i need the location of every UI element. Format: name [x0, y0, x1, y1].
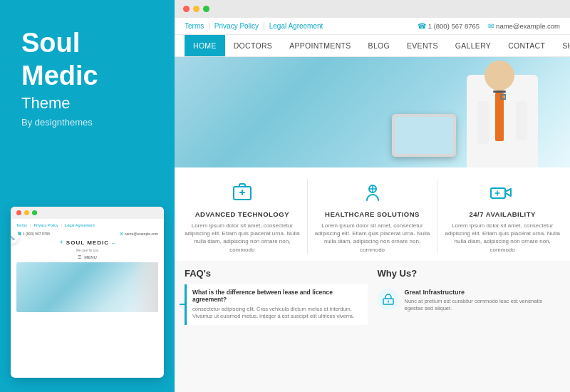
dot-yellow [193, 6, 200, 12]
hero-doctor-area [349, 57, 570, 167]
feature-3-desc: Lorem ipsum dolor sit amet, consectetur … [445, 222, 560, 254]
email-address: name@example.com [496, 22, 560, 30]
dot-green [203, 6, 209, 12]
mini-logo-plus-icon: + [60, 239, 63, 246]
link-privacy[interactable]: Privacy Policy [214, 22, 259, 30]
phone-number: 1 (800) 567 8765 [428, 22, 480, 30]
mini-dot-green [32, 210, 37, 215]
link-legal[interactable]: Legal Agreement [269, 22, 323, 30]
mini-hero-image [16, 262, 158, 312]
main-browser: Terms | Privacy Policy | Legal Agreement… [175, 0, 570, 392]
stethoscope-circle [500, 94, 506, 100]
doctor-head [484, 61, 514, 91]
phone-contact: ☎ 1 (800) 567 8765 [418, 22, 480, 30]
mini-link-legal[interactable]: Legal Agreement [65, 223, 95, 227]
nav-events[interactable]: EVENTS [398, 35, 447, 56]
faq-collapse-icon[interactable] [180, 304, 185, 305]
availability-icon [489, 179, 516, 206]
theme-by: By designthemes [21, 117, 153, 128]
mini-sep-2: | [61, 223, 62, 227]
main-navigation: HOME DOCTORS APPOINTMENTS BLOG EVENTS GA… [175, 35, 570, 57]
link-terms[interactable]: Terms [185, 22, 204, 30]
feature-divider-1 [307, 179, 308, 254]
theme-title: Soul Medic [21, 29, 153, 91]
mini-email-icon: ✉ [120, 231, 123, 236]
mini-link-terms[interactable]: Terms [16, 223, 27, 227]
mini-phone: ☎ 1 (800) 567 8765 [16, 231, 50, 236]
nav-gallery[interactable]: GALLERY [447, 35, 499, 56]
why-icon-1 [378, 289, 399, 310]
nav-appointments[interactable]: APPOINTMENTS [281, 35, 359, 56]
feature-1-desc: Lorem ipsum dolor sit amet, consectetur … [185, 222, 300, 254]
feature-3-title: 24/7 AVAILABILITY [445, 210, 560, 218]
email-contact: ✉ name@example.com [488, 22, 560, 30]
mini-logo-dash: – [112, 239, 115, 246]
faq-item-1: What is the difference between lease and… [185, 284, 368, 325]
mini-link-privacy[interactable]: Privacy Policy [33, 223, 58, 227]
why-content-1: Great Infrastructure Nunc at pretium est… [405, 289, 561, 313]
feature-2-desc: Lorem ipsum dolor sit amet, consectetur … [315, 222, 430, 254]
mini-dot-red [16, 210, 21, 215]
doctor-arm-left [477, 101, 489, 144]
feature-healthcare: HEALTHCARE SOLUTIONS Lorem ipsum dolor s… [315, 179, 430, 254]
sep-2: | [263, 22, 265, 30]
mini-menu-button[interactable]: ☰ MENU [16, 254, 158, 259]
tablet-device [392, 114, 456, 157]
theme-subtitle: Theme [21, 94, 153, 113]
doctor-tie [495, 93, 504, 141]
faq-answer-1: consectetur adipiscing elit. Cras vehicu… [192, 306, 362, 321]
email-icon: ✉ [488, 22, 494, 30]
why-section: Why Us? Great Infrastructure Nunc at pre… [378, 268, 561, 385]
nav-contact[interactable]: CONTACT [499, 35, 554, 56]
doctor-coat-body [456, 57, 549, 167]
mini-browser: Terms | Privacy Policy | Legal Agreement… [11, 207, 164, 378]
features-section: ADVANCED TECHNOLOGY Lorem ipsum dolor si… [175, 167, 570, 261]
title-medic: Medic [21, 61, 153, 91]
doctor-arm-right [516, 101, 527, 140]
mini-contact-row: ☎ 1 (800) 567 8765 ✉ name@example.com [16, 231, 158, 236]
feature-2-title: HEALTHCARE SOLUTIONS [315, 210, 430, 218]
top-bar-links: Terms | Privacy Policy | Legal Agreement [185, 22, 323, 30]
sep-1: | [208, 22, 210, 30]
browser-body: Terms | Privacy Policy | Legal Agreement… [175, 18, 570, 392]
mini-sep-1: | [30, 223, 31, 227]
healthcare-icon [359, 179, 386, 206]
why-item-desc-1: Nunc at pretium est curabitur commodo le… [405, 298, 561, 313]
nav-blog[interactable]: BLOG [360, 35, 398, 56]
browser-chrome [175, 0, 570, 18]
left-panel: Soul Medic Theme By designthemes Terms |… [0, 0, 175, 392]
faq-section: FAQ's What is the difference between lea… [185, 268, 368, 385]
hero-section [175, 57, 570, 167]
advanced-tech-icon [229, 179, 256, 206]
why-title: Why Us? [378, 268, 561, 279]
nav-doctors[interactable]: DOCTORS [225, 35, 281, 56]
mini-menu-icon: ☰ [78, 254, 81, 259]
title-soul: Soul [21, 29, 153, 58]
nav-shop[interactable]: SHOP [554, 35, 570, 56]
faq-title: FAQ's [185, 268, 368, 279]
mini-browser-bar [11, 207, 164, 219]
top-bar-contact: ☎ 1 (800) 567 8765 ✉ name@example.com [418, 22, 560, 30]
dot-red [183, 6, 190, 12]
top-bar: Terms | Privacy Policy | Legal Agreement… [175, 18, 570, 35]
mini-logo-text: SOUL MEDIC [66, 239, 109, 246]
tablet-screen [395, 117, 453, 154]
why-item-1: Great Infrastructure Nunc at pretium est… [378, 284, 561, 317]
nav-home[interactable]: HOME [185, 35, 225, 56]
phone-icon: ☎ [418, 22, 426, 30]
mini-dot-yellow [24, 210, 29, 215]
mini-nav-links: Terms | Privacy Policy | Legal Agreement [16, 223, 158, 227]
bottom-row: FAQ's What is the difference between lea… [175, 261, 570, 392]
why-item-title-1: Great Infrastructure [405, 289, 561, 296]
mini-tagline: We care for you [16, 249, 158, 252]
mini-logo-row: + SOUL MEDIC – [16, 239, 158, 246]
mini-browser-content: Terms | Privacy Policy | Legal Agreement… [11, 219, 164, 316]
mini-hero-doctor [130, 262, 158, 312]
feature-1-title: ADVANCED TECHNOLOGY [185, 210, 300, 218]
feature-availability: 24/7 AVAILABILITY Lorem ipsum dolor sit … [445, 179, 560, 254]
feature-advanced-tech: ADVANCED TECHNOLOGY Lorem ipsum dolor si… [185, 179, 300, 254]
faq-question-1: What is the difference between lease and… [192, 289, 362, 303]
mini-email: ✉ name@example.com [120, 231, 158, 236]
feature-divider-2 [437, 179, 437, 254]
